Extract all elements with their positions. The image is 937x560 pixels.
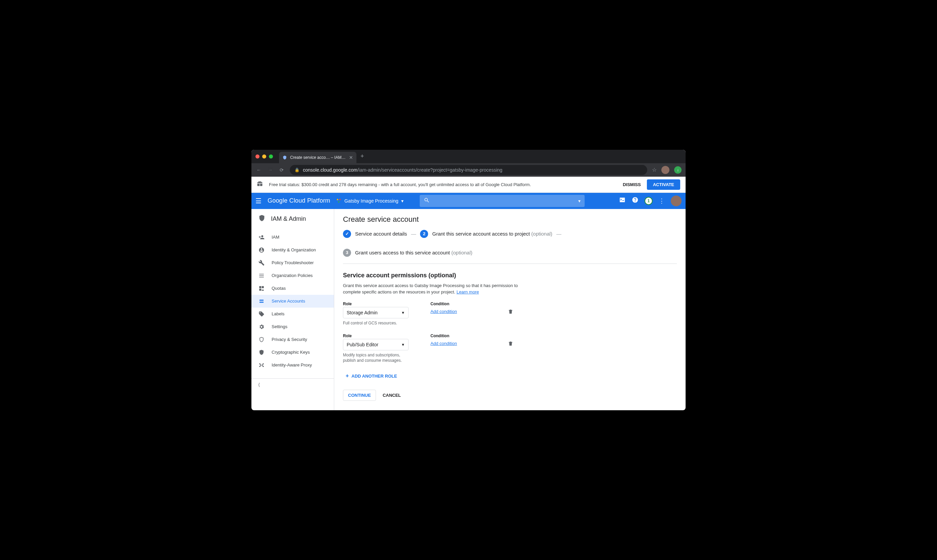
sidebar-item-quotas[interactable]: Quotas xyxy=(251,282,334,295)
list-icon xyxy=(258,272,265,278)
sidebar-collapse-button[interactable]: ⟨ xyxy=(251,378,334,391)
add-another-role-button[interactable]: + ADD ANOTHER ROLE xyxy=(346,373,397,379)
help-icon[interactable] xyxy=(632,197,639,205)
step-2-badge: 2 xyxy=(420,230,428,238)
kebab-menu-icon[interactable]: ⋮ xyxy=(659,197,665,205)
sidebar-item-label: Privacy & Security xyxy=(272,337,307,342)
new-tab-button[interactable]: + xyxy=(360,153,364,160)
reload-button[interactable]: ⟳ xyxy=(278,167,285,173)
sidebar-item-iap[interactable]: Identity-Aware Proxy xyxy=(251,359,334,372)
step-3-label[interactable]: Grant users access to this service accou… xyxy=(355,250,472,255)
shield-icon xyxy=(258,214,266,223)
sidebar-item-label: IAM xyxy=(272,235,279,240)
project-name: Gatsby Image Processing xyxy=(344,198,398,204)
shield-outline-icon xyxy=(258,337,265,343)
condition-label: Condition xyxy=(431,334,488,338)
gcp-header: ☰ Google Cloud Platform Gatsby Image Pro… xyxy=(251,193,686,209)
sidebar-list: IAM Identity & Organization Policy Troub… xyxy=(251,229,334,372)
sidebar-item-settings[interactable]: Settings xyxy=(251,320,334,333)
condition-block: Condition Add condition xyxy=(431,334,488,346)
project-icon xyxy=(336,198,342,204)
address-bar-right: ☆ ↓ xyxy=(652,166,682,174)
step-2-label[interactable]: Grant this service account access to pro… xyxy=(432,231,552,237)
profile-avatar-icon[interactable] xyxy=(662,166,669,174)
role-select[interactable]: Pub/Sub Editor ▼ xyxy=(343,339,409,350)
maximize-window-button[interactable] xyxy=(269,154,273,158)
activate-button[interactable]: ACTIVATE xyxy=(647,179,680,190)
browser-tab[interactable]: Create service acco… – IAM & … ✕ xyxy=(279,152,357,163)
role-select[interactable]: Storage Admin ▼ xyxy=(343,307,409,318)
cloud-shell-icon[interactable] xyxy=(619,197,626,205)
learn-more-link[interactable]: Learn more xyxy=(456,289,479,294)
sidebar-item-policy-troubleshooter[interactable]: Policy Troubleshooter xyxy=(251,257,334,269)
sidebar-item-privacy[interactable]: Privacy & Security xyxy=(251,333,334,346)
tab-title: Create service acco… – IAM & … xyxy=(290,155,346,160)
step-1-badge: ✓ xyxy=(343,230,351,238)
stepper: ✓ Service account details — 2 Grant this… xyxy=(343,230,677,264)
step-3-text: Grant users access to this service accou… xyxy=(355,250,450,255)
role-row: Role Storage Admin ▼ Full control of GCS… xyxy=(343,302,677,326)
browser-window: Create service acco… – IAM & … ✕ + ← → ⟳… xyxy=(251,150,686,410)
notifications-badge[interactable]: 1 xyxy=(645,197,652,205)
trial-text: Free trial status: $300.00 credit and 27… xyxy=(269,182,623,187)
sidebar-item-labels[interactable]: Labels xyxy=(251,308,334,320)
sidebar-item-crypto-keys[interactable]: Cryptographic Keys xyxy=(251,346,334,359)
continue-button[interactable]: CONTINUE xyxy=(343,390,376,401)
wrench-icon xyxy=(258,260,265,266)
section-desc-text: Grant this service account access to Gat… xyxy=(343,283,518,295)
svg-point-0 xyxy=(337,199,338,200)
dismiss-button[interactable]: DISMISS xyxy=(623,182,640,187)
extension-badge-icon[interactable]: ↓ xyxy=(674,166,682,174)
sidebar-item-iam[interactable]: IAM xyxy=(251,231,334,244)
bookmark-icon[interactable]: ☆ xyxy=(652,166,657,173)
back-button[interactable]: ← xyxy=(255,167,262,173)
footer-buttons: CONTINUE CANCEL xyxy=(343,390,677,401)
sidebar-item-service-accounts[interactable]: Service Accounts xyxy=(251,295,334,308)
section-heading: Service account permissions (optional) xyxy=(343,272,677,279)
svg-point-2 xyxy=(338,201,340,203)
minimize-window-button[interactable] xyxy=(262,154,266,158)
gear-icon xyxy=(258,324,265,330)
person-add-icon xyxy=(258,234,265,240)
sidebar-item-label: Organization Policies xyxy=(272,273,313,278)
add-condition-link[interactable]: Add condition xyxy=(431,341,457,346)
global-search[interactable]: ▾ xyxy=(420,195,585,207)
menu-icon[interactable]: ☰ xyxy=(255,197,262,205)
section-description: Grant this service account access to Gat… xyxy=(343,282,518,295)
main-content: Create service account ✓ Service account… xyxy=(334,209,686,410)
proxy-icon xyxy=(258,362,265,368)
role-block: Role Pub/Sub Editor ▼ Modify topics and … xyxy=(343,334,410,364)
tab-strip: Create service acco… – IAM & … ✕ + xyxy=(251,150,686,163)
sidebar: IAM & Admin IAM Identity & Organization … xyxy=(251,209,334,410)
brand-bold: Google xyxy=(268,197,288,204)
chevron-down-icon: ▼ xyxy=(401,311,405,315)
sidebar-item-label: Service Accounts xyxy=(272,298,305,303)
url-field[interactable]: 🔒 console.cloud.google.com/iam-admin/ser… xyxy=(290,165,647,175)
account-avatar[interactable] xyxy=(671,195,682,206)
sidebar-title: IAM & Admin xyxy=(251,209,334,229)
tab-close-icon[interactable]: ✕ xyxy=(349,155,353,160)
role-description: Full control of GCS resources. xyxy=(343,320,410,326)
delete-role-button[interactable] xyxy=(508,309,513,316)
cancel-button[interactable]: CANCEL xyxy=(383,393,401,398)
add-condition-link[interactable]: Add condition xyxy=(431,309,457,314)
quota-icon xyxy=(258,285,265,291)
step-separator: — xyxy=(556,231,562,237)
forward-button[interactable]: → xyxy=(267,167,274,173)
delete-role-button[interactable] xyxy=(508,341,513,348)
lock-icon: 🔒 xyxy=(294,168,300,172)
sidebar-item-org-policies[interactable]: Organization Policies xyxy=(251,269,334,282)
close-window-button[interactable] xyxy=(255,154,260,158)
url-path: /iam-admin/serviceaccounts/create?projec… xyxy=(357,167,503,173)
page-title: Create service account xyxy=(343,215,677,224)
step-1-label[interactable]: Service account details xyxy=(355,231,407,237)
address-bar: ← → ⟳ 🔒 console.cloud.google.com/iam-adm… xyxy=(251,163,686,177)
project-picker[interactable]: Gatsby Image Processing ▾ xyxy=(336,198,403,204)
app-body: IAM & Admin IAM Identity & Organization … xyxy=(251,209,686,410)
header-right: 1 ⋮ xyxy=(619,195,682,206)
add-role-label: ADD ANOTHER ROLE xyxy=(351,374,397,378)
sidebar-item-identity[interactable]: Identity & Organization xyxy=(251,244,334,257)
role-row: Role Pub/Sub Editor ▼ Modify topics and … xyxy=(343,334,677,364)
role-field-label: Role xyxy=(343,302,410,306)
gcp-logo[interactable]: Google Cloud Platform xyxy=(268,197,330,204)
